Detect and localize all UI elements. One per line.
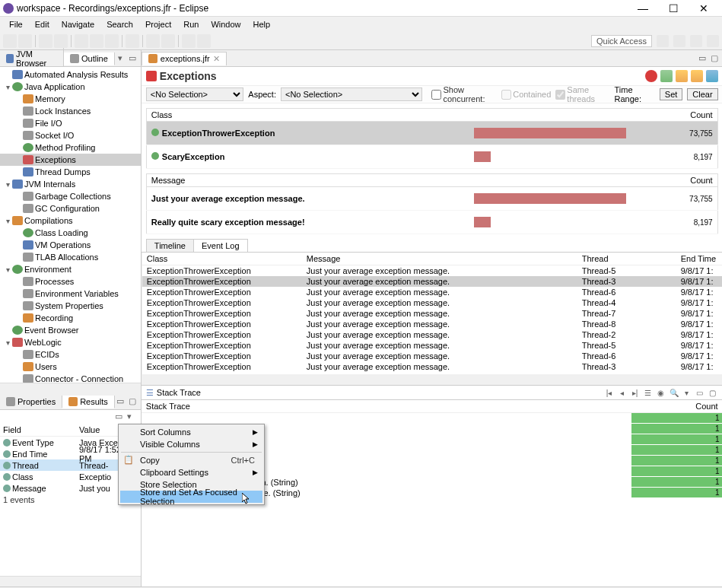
tool-button[interactable] — [90, 34, 103, 48]
tab-results[interactable]: Results — [62, 396, 115, 408]
tree-item-environment-variables[interactable]: Environment Variables — [0, 288, 141, 300]
class-table[interactable]: Class Count ExceptionThrowerException73,… — [146, 108, 718, 169]
clear-button[interactable]: Clear — [687, 88, 717, 100]
tree-item-event-browser[interactable]: Event Browser — [0, 324, 141, 336]
tab-timeline[interactable]: Timeline — [146, 239, 194, 252]
nav-first-icon[interactable]: |◂ — [604, 387, 615, 398]
count-header[interactable]: Count — [626, 174, 717, 187]
maximize-view-icon[interactable]: ▢ — [708, 387, 718, 398]
tool-button[interactable] — [75, 34, 88, 48]
show-concurrent-checkbox[interactable]: Show concurrent: — [431, 85, 497, 103]
nav-next-icon[interactable]: ▸| — [630, 387, 641, 398]
group-icon[interactable]: ◉ — [656, 387, 666, 398]
evt-message-header[interactable]: Message — [302, 253, 577, 265]
event-row[interactable]: ExceptionThrowerExceptionJust your avera… — [142, 287, 722, 297]
stack-count-header[interactable]: Count — [631, 400, 722, 413]
tree-item-file-i-o[interactable]: File I/O — [0, 117, 141, 129]
new-button[interactable] — [3, 34, 17, 48]
tool-button[interactable] — [105, 34, 119, 48]
aspect-dropdown[interactable]: <No Selection> — [281, 87, 422, 101]
event-row[interactable]: ExceptionThrowerExceptionJust your avera… — [142, 340, 722, 351]
menu-project[interactable]: Project — [139, 18, 177, 30]
menu-visible-columns[interactable]: Visible Columns▶ — [120, 438, 262, 450]
tab-properties[interactable]: Properties — [0, 396, 62, 408]
tree-icon[interactable]: ☰ — [643, 387, 654, 398]
class-row[interactable]: ScaryException8,197 — [146, 145, 717, 169]
minimize-editor-icon[interactable]: ▭ — [697, 53, 708, 64]
tree-item-tlab-allocations[interactable]: TLAB Allocations — [0, 251, 141, 263]
editor-tab-exceptions[interactable]: exceptions.jfr ✕ — [142, 52, 227, 65]
tree-item-memory[interactable]: Memory — [0, 93, 141, 105]
tree-item-weblogic[interactable]: ▾WebLogic — [0, 336, 141, 348]
tree-item-connector-connection[interactable]: Connector - Connection — [0, 373, 141, 383]
search-button[interactable] — [126, 34, 139, 48]
tree-item-system-properties[interactable]: System Properties — [0, 300, 141, 312]
tree-item-jvm-internals[interactable]: ▾JVM Internals — [0, 178, 141, 190]
tree-item-exceptions[interactable]: Exceptions — [0, 154, 141, 166]
event-row[interactable]: ExceptionThrowerExceptionJust your avera… — [142, 308, 722, 319]
tree-item-method-profiling[interactable]: Method Profiling — [0, 141, 141, 154]
perspective-button[interactable] — [690, 35, 702, 47]
tab-outline[interactable]: Outline — [64, 52, 115, 65]
menu-search[interactable]: Search — [100, 18, 139, 30]
message-table[interactable]: Message Count Just your average exceptio… — [146, 173, 718, 234]
view-menu-icon[interactable]: ▭ — [115, 412, 126, 422]
scrollbar-h[interactable] — [0, 576, 141, 586]
event-row[interactable]: ExceptionThrowerExceptionJust your avera… — [142, 276, 722, 287]
event-row[interactable]: ExceptionThrowerExceptionJust your avera… — [142, 351, 722, 361]
menu-edit[interactable]: Edit — [29, 18, 56, 30]
scrollbar-h[interactable] — [0, 383, 141, 393]
maximize-button[interactable]: ☐ — [658, 1, 689, 16]
forward-button[interactable] — [197, 34, 211, 48]
scrollbar-h[interactable] — [142, 374, 722, 385]
tree-item-java-application[interactable]: ▾Java Application — [0, 81, 141, 93]
tree-item-recording[interactable]: Recording — [0, 312, 141, 324]
maximize-editor-icon[interactable]: ▢ — [709, 53, 720, 64]
tree-item-compilations[interactable]: ▾Compilations — [0, 215, 141, 227]
menu-help[interactable]: Help — [247, 18, 277, 30]
tree-item-thread-dumps[interactable]: Thread Dumps — [0, 166, 141, 178]
tree-item-class-loading[interactable]: Class Loading — [0, 227, 141, 239]
minimize-button[interactable]: — — [628, 1, 658, 16]
tab-event-log[interactable]: Event Log — [193, 239, 248, 252]
props-header-field[interactable]: Field — [0, 424, 76, 436]
tree-item-users[interactable]: Users — [0, 361, 141, 373]
close-tab-icon[interactable]: ✕ — [213, 54, 220, 64]
perspective-button[interactable] — [657, 35, 669, 47]
tab-jvm-browser[interactable]: JVM Browser — [0, 48, 64, 69]
maximize-view-icon[interactable]: ▢ — [127, 396, 138, 407]
debug-button[interactable] — [39, 34, 52, 48]
view-menu-icon[interactable]: ▾ — [127, 412, 138, 422]
contained-checkbox[interactable]: Contained — [501, 90, 551, 100]
filter-icon[interactable]: 🔍 — [669, 387, 679, 398]
header-icon[interactable] — [676, 70, 688, 82]
menu-window[interactable]: Window — [205, 18, 246, 30]
quick-access[interactable]: Quick Access — [591, 35, 652, 47]
minimize-view-icon[interactable]: ▭ — [695, 387, 705, 398]
nav-prev-icon[interactable]: ◂ — [617, 387, 628, 398]
tool-button[interactable] — [146, 34, 160, 48]
tree-item-processes[interactable]: Processes — [0, 275, 141, 288]
back-button[interactable] — [182, 34, 196, 48]
event-row[interactable]: ExceptionThrowerExceptionJust your avera… — [142, 361, 722, 372]
menu-copy[interactable]: 📋CopyCtrl+C — [120, 454, 262, 466]
event-row[interactable]: ExceptionThrowerExceptionJust your avera… — [142, 329, 722, 340]
tree-item-socket-i-o[interactable]: Socket I/O — [0, 129, 141, 141]
header-icon[interactable] — [706, 70, 718, 82]
event-log-table[interactable]: Class Message Thread End Time ExceptionT… — [142, 253, 722, 374]
tree-item-environment[interactable]: ▾Environment — [0, 263, 141, 275]
stack-frame-row[interactable]: 1 — [142, 413, 722, 424]
event-row[interactable]: ExceptionThrowerExceptionJust your avera… — [142, 319, 722, 329]
tree-item-gc-configuration[interactable]: GC Configuration — [0, 202, 141, 215]
menu-sort-columns[interactable]: Sort Columns▶ — [120, 426, 262, 438]
view-menu-icon[interactable]: ▾ — [115, 53, 126, 64]
event-row[interactable]: ExceptionThrowerExceptionJust your avera… — [142, 297, 722, 308]
error-icon[interactable] — [645, 70, 657, 82]
message-row[interactable]: Really quite scary exception message!8,1… — [146, 211, 717, 234]
tree-item-ecids[interactable]: ECIDs — [0, 348, 141, 361]
save-button[interactable] — [18, 34, 32, 48]
selection-dropdown[interactable]: <No Selection> — [146, 87, 243, 101]
tree-item-lock-instances[interactable]: Lock Instances — [0, 105, 141, 117]
menu-clipboard-settings[interactable]: Clipboard Settings▶ — [120, 466, 262, 478]
view-menu-icon[interactable]: ▾ — [682, 387, 692, 398]
